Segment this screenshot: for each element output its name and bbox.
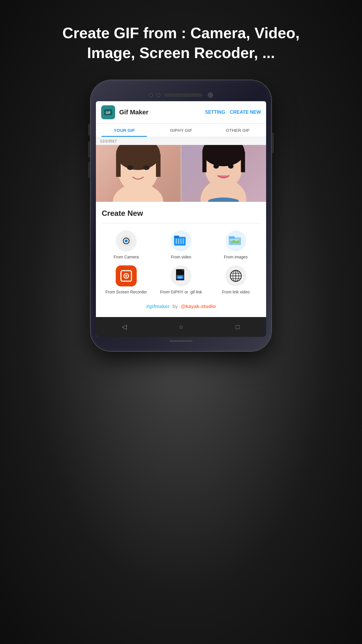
- sheet-footer: #gifmaker by @kayak-studio: [102, 301, 260, 312]
- svg-text:GIF: GIF: [178, 276, 183, 279]
- create-item-giphy[interactable]: GIF From GIPHY or .gif link: [157, 265, 205, 295]
- volume-button-1: [88, 124, 90, 136]
- svg-rect-25: [178, 239, 179, 244]
- recent-nav-button[interactable]: □: [233, 322, 243, 332]
- volume-button-2: [88, 141, 90, 158]
- create-item-video[interactable]: From video: [157, 230, 205, 260]
- app-icon: GIF: [101, 105, 115, 119]
- phone-dot-2: [157, 93, 161, 97]
- images-label: From images: [224, 254, 248, 260]
- link-video-icon-bg: [225, 265, 246, 286]
- camera-icon-bg: [116, 230, 137, 251]
- nav-bar: ◁ ○ □: [96, 317, 266, 337]
- phone-speaker: [164, 94, 202, 97]
- phone-screen: GIF Gif Maker SETTING CREATE NEW YOUR GI…: [96, 101, 266, 337]
- gif-cell-2[interactable]: [181, 145, 266, 202]
- svg-point-21: [126, 240, 127, 242]
- gif-grid: [96, 145, 266, 202]
- headline: Create GIF from : Camera, Video, Image, …: [57, 23, 305, 63]
- camera-label: From Camera: [114, 254, 139, 260]
- create-item-link-video[interactable]: From link video: [211, 265, 260, 295]
- create-item-screen-recorder[interactable]: From Screen Recorder: [102, 265, 151, 295]
- giphy-label: From GIPHY or .gif link: [160, 289, 202, 295]
- bottom-sheet: Create New From Camera: [96, 202, 266, 317]
- create-item-camera[interactable]: From Camera: [102, 230, 151, 260]
- tab-other-gif[interactable]: OTHER GIF: [209, 124, 266, 137]
- svg-text:GIF: GIF: [106, 111, 111, 114]
- phone-bottom: [96, 337, 266, 343]
- svg-rect-15: [241, 152, 245, 172]
- gif-thumbnail-1: [96, 145, 181, 202]
- back-nav-button[interactable]: ◁: [119, 322, 129, 332]
- tab-giphy-gif[interactable]: GIPHY GIF: [153, 124, 210, 137]
- phone-top-bar: [96, 88, 266, 101]
- volume-button-3: [88, 162, 90, 178]
- sheet-divider: [102, 223, 260, 223]
- create-grid: From Camera: [102, 230, 260, 295]
- svg-rect-27: [183, 239, 184, 244]
- create-new-button[interactable]: CREATE NEW: [230, 110, 261, 115]
- video-icon-bg: [171, 230, 191, 251]
- screen-recorder-icon-bg: [116, 265, 137, 286]
- phone-camera: [208, 92, 213, 98]
- link-video-label: From link video: [222, 289, 250, 295]
- tab-your-gif[interactable]: YOUR GIF: [96, 124, 153, 137]
- phone-outer: GIF Gif Maker SETTING CREATE NEW YOUR GI…: [91, 80, 271, 351]
- create-item-images[interactable]: From images: [211, 230, 260, 260]
- svg-point-9: [143, 165, 150, 170]
- svg-rect-26: [180, 239, 182, 244]
- phone-dot-1: [149, 93, 153, 97]
- headline-prefix: Create GIF from :: [62, 24, 190, 41]
- svg-point-8: [127, 165, 133, 170]
- date-label: 11/1/2017: [96, 137, 266, 145]
- svg-rect-7: [156, 154, 161, 177]
- svg-point-16: [213, 164, 219, 169]
- svg-rect-14: [202, 152, 206, 172]
- app-title: Gif Maker: [119, 108, 201, 116]
- gif-cell-1[interactable]: [96, 145, 181, 202]
- app-bar: GIF Gif Maker SETTING CREATE NEW: [96, 101, 266, 124]
- home-indicator: [169, 340, 193, 342]
- svg-rect-29: [229, 236, 235, 239]
- power-button: [272, 133, 274, 153]
- giphy-icon-bg: GIF: [171, 265, 191, 286]
- svg-rect-6: [116, 154, 121, 177]
- footer-studio: @kayak-studio: [181, 304, 216, 309]
- phone-frame: GIF Gif Maker SETTING CREATE NEW YOUR GI…: [91, 80, 271, 351]
- gif-thumbnail-2: [181, 145, 266, 202]
- home-nav-button[interactable]: ○: [176, 322, 186, 332]
- sheet-title: Create New: [102, 209, 260, 218]
- svg-rect-24: [176, 239, 177, 244]
- footer-by: by: [173, 304, 178, 309]
- svg-point-17: [228, 164, 233, 169]
- images-icon-bg: [225, 230, 246, 251]
- svg-point-35: [125, 275, 127, 277]
- footer-hashtag: #gifmaker: [146, 304, 170, 309]
- screen-recorder-label: From Screen Recorder: [106, 289, 147, 295]
- svg-rect-23: [174, 236, 179, 238]
- video-label: From video: [171, 254, 191, 260]
- tabs-bar: YOUR GIF GIPHY GIF OTHER GIF: [96, 124, 266, 137]
- setting-button[interactable]: SETTING: [205, 110, 225, 115]
- app-actions: SETTING CREATE NEW: [205, 110, 261, 115]
